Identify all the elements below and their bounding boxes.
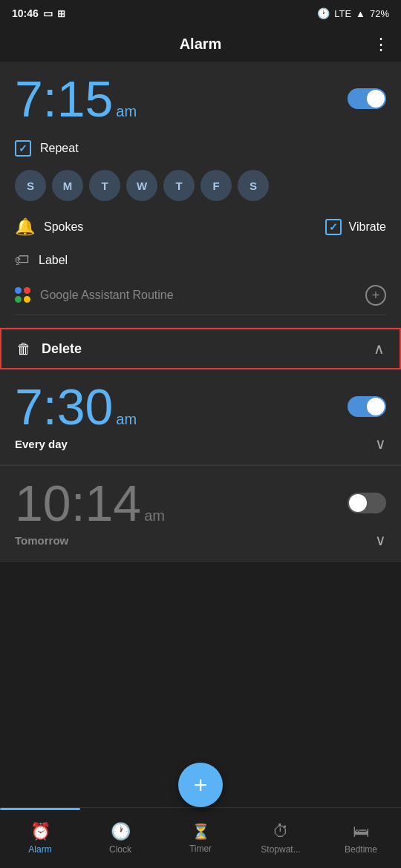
alarm-2-time-display: 7:30 xyxy=(15,381,113,432)
alarm-1-days-row: S M T W T F S xyxy=(15,164,386,210)
delete-left: 🗑 Delete xyxy=(16,341,82,358)
status-left: 10:46 ▭ ⊞ xyxy=(12,7,65,19)
day-sat[interactable]: S xyxy=(238,170,269,201)
google-icon xyxy=(15,287,31,303)
alarm-2-card[interactable]: 7:30 am Every day ∨ xyxy=(0,369,401,465)
alarm-3-repeat-label: Tomorrow xyxy=(15,534,68,547)
alarm-3-ampm: am xyxy=(144,507,165,525)
alarm-nav-icon: ⏰ xyxy=(30,822,50,841)
alarm-1-toggle-knob xyxy=(367,90,385,108)
alarm-1-card: 7:15 am Repeat S M T W T F S 🔔 Spok xyxy=(0,62,401,328)
alarm-1-time[interactable]: 7:15 am xyxy=(15,73,137,124)
day-sun[interactable]: S xyxy=(15,170,46,201)
alarm-3-top-row: 10:14 am xyxy=(15,478,386,528)
signal-icon: ▲ xyxy=(356,8,365,19)
battery-label: 72% xyxy=(370,8,389,19)
screen-icon: ▭ xyxy=(43,7,53,19)
alarm-1-google-label: Google Assistant Routine xyxy=(40,289,174,302)
alarm-1-delete-row[interactable]: 🗑 Delete ∧ xyxy=(0,328,401,369)
scroll-area: 7:15 am Repeat S M T W T F S 🔔 Spok xyxy=(0,62,401,800)
more-options-button[interactable]: ⋮ xyxy=(373,35,389,54)
nav-alarm[interactable]: ⏰ Alarm xyxy=(0,822,80,855)
day-fri[interactable]: F xyxy=(200,170,232,201)
alarm-1-time-display: 7:15 xyxy=(15,73,113,124)
alarm-1-vibrate-checkbox[interactable] xyxy=(325,219,342,235)
alarm-2-repeat-label: Every day xyxy=(15,438,68,450)
alarm-3-time-display: 10:14 xyxy=(15,478,141,528)
trash-icon: 🗑 xyxy=(16,341,31,358)
add-alarm-button[interactable]: + xyxy=(178,763,223,807)
day-tue[interactable]: T xyxy=(89,170,120,201)
alarm-nav-label: Alarm xyxy=(28,844,51,855)
stopwatch-nav-label: Stopwat... xyxy=(261,844,300,855)
timer-nav-icon: ⏳ xyxy=(192,823,210,841)
vibrate-right[interactable]: Vibrate xyxy=(325,219,386,235)
app-header: Alarm ⋮ xyxy=(0,27,401,62)
timer-nav-label: Timer xyxy=(189,844,212,854)
bedtime-nav-icon: 🛏 xyxy=(353,822,369,841)
clock-nav-icon: 🕐 xyxy=(111,822,131,841)
status-right: 🕐 LTE ▲ 72% xyxy=(317,7,389,19)
plus-icon: + xyxy=(194,772,208,799)
alarm-1-repeat-row[interactable]: Repeat xyxy=(15,133,386,164)
alarm-2-ampm: am xyxy=(116,411,137,428)
lte-label: LTE xyxy=(334,8,351,19)
alarm-2-expand-button[interactable]: ∨ xyxy=(375,435,386,453)
sound-left[interactable]: 🔔 Spokes xyxy=(15,217,83,237)
alarm-1-label-row[interactable]: 🏷 Label xyxy=(15,244,386,276)
alarm-2-toggle-knob xyxy=(367,398,385,415)
day-thu[interactable]: T xyxy=(163,170,195,201)
nav-clock[interactable]: 🕐 Clock xyxy=(80,822,160,855)
alarm-status-icon: 🕐 xyxy=(317,7,330,19)
alarm-2-top-row: 7:30 am xyxy=(15,381,386,432)
google-add-button[interactable]: + xyxy=(365,285,386,306)
status-time: 10:46 xyxy=(12,7,39,19)
alarm-1-top-row: 7:15 am xyxy=(15,73,386,124)
alarm-1-sound-row: 🔔 Spokes Vibrate xyxy=(15,210,386,244)
alarm-1-delete-label: Delete xyxy=(42,341,82,357)
alarm-1-repeat-label: Repeat xyxy=(40,142,79,155)
alarm-1-ampm: am xyxy=(116,103,137,120)
nav-active-indicator xyxy=(0,808,80,810)
day-wed[interactable]: W xyxy=(126,170,157,201)
page-title: Alarm xyxy=(180,36,222,53)
clock-nav-label: Clock xyxy=(109,844,131,855)
nav-bedtime[interactable]: 🛏 Bedtime xyxy=(321,822,401,855)
msg-icon: ⊞ xyxy=(57,8,65,19)
alarm-1-toggle[interactable] xyxy=(348,88,386,109)
bedtime-nav-label: Bedtime xyxy=(345,844,377,855)
alarm-1-repeat-checkbox[interactable] xyxy=(15,140,31,157)
alarm-1-vibrate-label: Vibrate xyxy=(349,220,386,234)
bottom-nav: ⏰ Alarm 🕐 Clock ⏳ Timer ⏱ Stopwat... 🛏 B… xyxy=(0,807,401,868)
alarm-2-time: 7:30 am xyxy=(15,381,137,432)
day-mon[interactable]: M xyxy=(52,170,83,201)
alarm-3-expand-button[interactable]: ∨ xyxy=(375,531,386,549)
nav-stopwatch[interactable]: ⏱ Stopwat... xyxy=(241,822,321,855)
alarm-1-google-row: Google Assistant Routine + xyxy=(15,276,386,315)
alarm-2-toggle[interactable] xyxy=(348,396,386,417)
alarm-2-sub-row: Every day ∨ xyxy=(15,432,386,453)
alarm-1-collapse-button[interactable]: ∧ xyxy=(374,340,385,358)
stopwatch-nav-icon: ⏱ xyxy=(273,822,289,841)
alarm-1-label-text: Label xyxy=(39,254,68,267)
bell-icon: 🔔 xyxy=(15,217,35,237)
google-left: Google Assistant Routine xyxy=(15,287,174,303)
status-bar: 10:46 ▭ ⊞ 🕐 LTE ▲ 72% xyxy=(0,0,401,27)
alarm-3-card[interactable]: 10:14 am Tomorrow ∨ xyxy=(0,466,401,562)
alarm-3-time: 10:14 am xyxy=(15,478,165,528)
label-icon: 🏷 xyxy=(15,251,30,269)
alarm-3-toggle[interactable] xyxy=(348,493,386,513)
alarm-3-toggle-knob xyxy=(349,494,367,512)
alarm-1-sound-label: Spokes xyxy=(44,220,83,234)
nav-timer[interactable]: ⏳ Timer xyxy=(160,823,241,854)
alarm-3-sub-row: Tomorrow ∨ xyxy=(15,528,386,549)
